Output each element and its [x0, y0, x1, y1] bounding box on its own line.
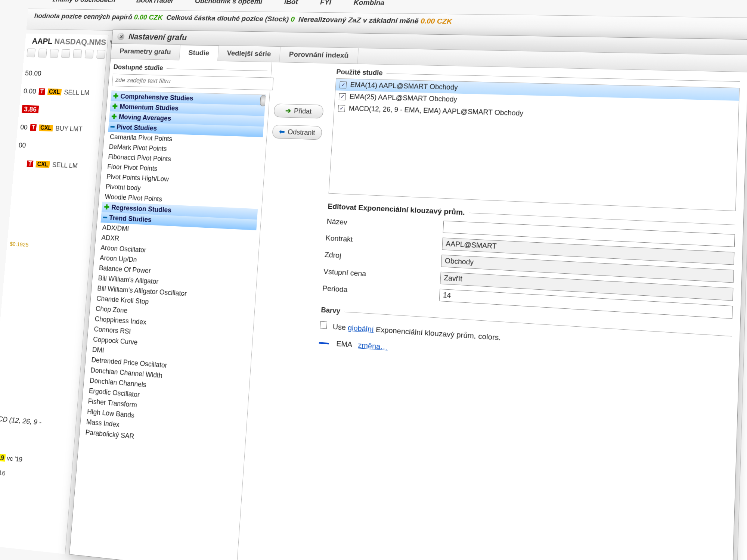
- divider: [167, 68, 267, 71]
- section-label: Použité studie: [336, 68, 383, 77]
- menu-item[interactable]: BookTrader: [136, 0, 174, 4]
- chart-toolbar: [27, 49, 105, 59]
- date-axis: 2019 vc '19 Říj '16: [0, 453, 23, 479]
- tool-icon[interactable]: [27, 49, 35, 57]
- price-highlight: 3.86: [22, 105, 39, 113]
- field-label: Kontrakt: [325, 234, 442, 248]
- tool-icon[interactable]: [73, 49, 82, 58]
- cancel-badge[interactable]: CXL: [39, 124, 53, 131]
- order-side: BUY LMT: [55, 124, 83, 133]
- field-label: Zdroj: [324, 250, 441, 265]
- order-row[interactable]: 00 T CXL BUY LMT: [20, 123, 87, 133]
- ribbon-label: hodnota pozice cenných papírů: [34, 12, 133, 21]
- add-button[interactable]: ➔Přidat: [273, 103, 323, 118]
- checkbox-icon[interactable]: ✓: [340, 81, 347, 88]
- chart-settings-dialog: ✕ Nastavení grafu Parametry grafu Studie…: [69, 29, 747, 560]
- color-label: EMA: [336, 339, 352, 349]
- ticker-symbol[interactable]: AAPL NASDAQ.NMS ▼: [32, 37, 116, 47]
- symbol: AAPL: [32, 37, 53, 46]
- field-label: Perioda: [322, 284, 440, 299]
- menu-item[interactable]: znamy o obchodech: [52, 0, 115, 4]
- checkbox-icon[interactable]: [320, 321, 327, 329]
- tab-studie[interactable]: Studie: [179, 45, 219, 61]
- exchange: NASDAQ.NMS: [54, 37, 106, 47]
- cancel-badge[interactable]: CXL: [35, 161, 50, 168]
- study-list[interactable]: ✚Comprehensive Studies ✚Momentum Studies…: [74, 91, 266, 560]
- plus-icon: ✚: [113, 93, 119, 100]
- arrow-right-icon: ➔: [285, 106, 291, 115]
- arrow-left-icon: ⬅: [279, 127, 285, 136]
- t-badge: T: [38, 88, 45, 95]
- minus-icon: ━: [110, 123, 115, 131]
- section-label: Editovat Exponenciální klouzavý prům.: [328, 202, 465, 217]
- section-label: Barvy: [321, 306, 341, 315]
- tool-icon[interactable]: [96, 50, 105, 59]
- minus-icon: ━: [103, 214, 107, 221]
- remove-button[interactable]: ⬅Odstranit: [272, 125, 322, 140]
- scrollbar-thumb[interactable]: [260, 95, 266, 106]
- plus-icon: ✚: [111, 113, 117, 120]
- change-color-link[interactable]: změna…: [358, 341, 388, 351]
- tool-icon[interactable]: [38, 49, 47, 57]
- price-tick: 50.00: [25, 69, 91, 78]
- tool-icon[interactable]: [85, 50, 94, 59]
- global-link[interactable]: globální: [348, 323, 374, 333]
- order-side: SELL LM: [52, 161, 78, 169]
- cancel-badge[interactable]: CXL: [47, 88, 62, 95]
- field-label: Vstupní cena: [323, 267, 440, 282]
- plus-icon: ✚: [112, 103, 118, 110]
- dialog-title: Nastavení grafu: [128, 32, 187, 43]
- checkbox-icon[interactable]: ✓: [339, 93, 346, 100]
- tab-porovnani[interactable]: Porovnání indexů: [280, 47, 359, 63]
- field-label: Název: [326, 217, 443, 231]
- t-badge: T: [27, 161, 34, 167]
- order-row[interactable]: 0.00 T CXL SELL LM: [23, 87, 90, 97]
- price-tick: 00: [18, 141, 85, 152]
- ribbon-value: 0.00 CZK: [421, 17, 453, 25]
- ribbon-value: 0.00 CZK: [134, 13, 163, 21]
- price-tick: 00: [20, 123, 28, 131]
- tool-icon[interactable]: [50, 49, 59, 58]
- ribbon-label: Nerealizovaný ZaZ v základní měně: [298, 15, 419, 25]
- section-label: Dostupné studie: [113, 63, 163, 72]
- applied-studies-panel: Použité studie ✓EMA(14) AAPL@SMART Obcho…: [298, 63, 747, 560]
- axis-label: vc '19: [7, 455, 23, 463]
- close-icon[interactable]: ✕: [117, 33, 124, 40]
- menu-item[interactable]: Kombina: [353, 0, 385, 7]
- applied-study-list[interactable]: ✓EMA(14) AAPL@SMART Obchody ✓EMA(25) AAP…: [329, 78, 740, 211]
- inline-price: $0.1925: [10, 240, 77, 251]
- menu-item[interactable]: FYI: [320, 0, 332, 6]
- tab-vedlejsi[interactable]: Vedlejší série: [218, 46, 280, 62]
- price-tick: 0.00: [23, 87, 36, 95]
- tab-parametry[interactable]: Parametry grafu: [111, 44, 180, 60]
- menu-item[interactable]: iBot: [284, 0, 298, 6]
- order-side: SELL LM: [64, 88, 90, 97]
- plus-icon: ✚: [104, 203, 110, 211]
- order-row[interactable]: 00 T CXL SELL LM: [17, 159, 84, 170]
- t-badge: T: [30, 124, 37, 131]
- available-studies-panel: Dostupné studie ✚Comprehensive Studies ✚…: [70, 59, 272, 560]
- year-highlight: 2019: [0, 453, 6, 461]
- study-filter-input[interactable]: [112, 74, 274, 90]
- ribbon-value: 0: [291, 15, 295, 23]
- tool-icon[interactable]: [61, 49, 70, 58]
- menu-item[interactable]: Obchodník s opcemi: [195, 0, 263, 6]
- divider: [469, 213, 735, 225]
- ribbon-label: Celková částka dlouhé pozice (Stock): [166, 13, 289, 23]
- color-swatch: [319, 342, 329, 344]
- checkbox-icon[interactable]: ✓: [338, 105, 345, 112]
